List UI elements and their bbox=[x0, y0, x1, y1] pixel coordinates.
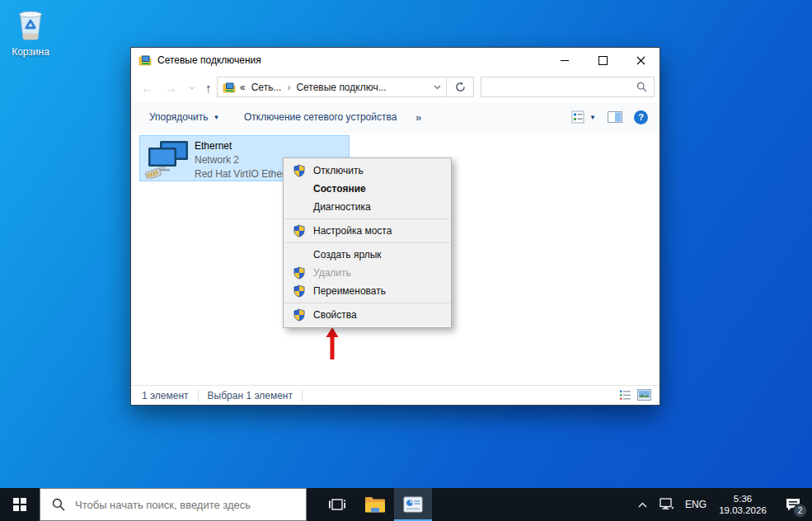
tray-clock[interactable]: 5:36 19.03.2026 bbox=[711, 488, 774, 521]
windows-logo-icon bbox=[13, 498, 26, 511]
views-caret-icon: ▼ bbox=[589, 114, 596, 121]
network-connections-window: Сетевые подключения ← → ↑ bbox=[130, 47, 660, 406]
network-connections-icon bbox=[138, 54, 152, 67]
window-title: Сетевые подключения bbox=[157, 54, 261, 66]
uac-shield-icon bbox=[293, 224, 306, 237]
forward-button[interactable]: → bbox=[165, 81, 177, 95]
task-view-icon bbox=[328, 496, 346, 513]
file-explorer-icon bbox=[364, 495, 386, 514]
search-icon[interactable] bbox=[636, 82, 647, 92]
menu-item-create-shortcut[interactable]: Создать ярлык bbox=[284, 246, 451, 264]
menu-item-delete: Удалить bbox=[284, 264, 451, 282]
up-button[interactable]: ↑ bbox=[205, 81, 212, 95]
preview-pane-icon bbox=[608, 111, 622, 123]
breadcrumb-collapse-glyph[interactable]: « bbox=[240, 82, 246, 93]
annotation-arrow-icon bbox=[325, 327, 340, 363]
connection-network: Network 2 bbox=[195, 154, 239, 166]
task-view-button[interactable] bbox=[318, 488, 356, 521]
system-tray: ENG 5:36 19.03.2026 2 bbox=[631, 488, 812, 521]
breadcrumb-current[interactable]: Сетевые подключ... bbox=[296, 82, 386, 93]
maximize-button[interactable] bbox=[584, 48, 622, 73]
menu-item-properties[interactable]: Свойства bbox=[284, 306, 451, 324]
back-button[interactable]: ← bbox=[141, 81, 153, 95]
close-icon bbox=[636, 56, 645, 65]
menu-item-diagnose[interactable]: Диагностика bbox=[284, 198, 451, 216]
file-explorer-button[interactable] bbox=[356, 488, 394, 521]
recycle-bin-icon bbox=[14, 30, 47, 44]
menu-item-rename[interactable]: Переименовать bbox=[284, 282, 451, 300]
menu-separator bbox=[284, 303, 450, 303]
change-view-button[interactable]: ▼ bbox=[571, 110, 596, 124]
tray-network-button[interactable] bbox=[654, 488, 680, 521]
menu-separator bbox=[284, 218, 450, 219]
refresh-icon bbox=[455, 82, 466, 92]
uac-shield-icon bbox=[293, 164, 306, 177]
disable-device-command[interactable]: Отключение сетевого устройства bbox=[244, 102, 397, 132]
address-bar[interactable]: « Сеть... › Сетевые подключ... bbox=[217, 77, 474, 97]
refresh-button[interactable] bbox=[446, 77, 473, 96]
chevron-up-icon bbox=[638, 502, 647, 508]
menu-item-bridge[interactable]: Настройка моста bbox=[284, 222, 451, 240]
recycle-bin-label: Корзина bbox=[7, 46, 54, 58]
taskbar-app-network-connections[interactable] bbox=[394, 488, 432, 521]
address-row: ← → ↑ « Сеть... bbox=[131, 73, 659, 102]
command-bar: Упорядочить ▼ Отключение сетевого устрой… bbox=[131, 102, 659, 134]
toolbar-overflow-button[interactable]: » bbox=[415, 102, 421, 132]
desktop[interactable]: Корзина Сетевые подключения bbox=[0, 0, 812, 521]
ethernet-network-icon bbox=[659, 498, 674, 512]
ethernet-adapter-icon bbox=[145, 140, 190, 182]
recent-pages-chevron-icon[interactable] bbox=[189, 83, 195, 92]
help-button[interactable]: ? bbox=[634, 110, 648, 124]
context-menu: Отключить Состояние Диагностика Настройк… bbox=[283, 157, 452, 328]
clock-time: 5:36 bbox=[734, 493, 752, 505]
clock-date: 19.03.2026 bbox=[719, 505, 767, 516]
network-connections-app-icon bbox=[403, 495, 423, 514]
address-location-icon bbox=[223, 81, 236, 94]
uac-shield-icon bbox=[293, 284, 306, 298]
details-view-icon bbox=[619, 389, 631, 401]
taskbar-search-input[interactable] bbox=[73, 498, 306, 512]
taskbar: ENG 5:36 19.03.2026 2 bbox=[0, 488, 812, 521]
connection-name: Ethernet bbox=[195, 140, 232, 152]
large-icons-view-icon bbox=[637, 389, 651, 401]
maximize-icon bbox=[598, 56, 608, 65]
start-button[interactable] bbox=[0, 488, 40, 521]
organize-caret-icon: ▼ bbox=[213, 114, 219, 121]
close-button[interactable] bbox=[622, 48, 659, 73]
preview-pane-button[interactable] bbox=[608, 111, 622, 123]
details-view-button[interactable] bbox=[619, 389, 631, 404]
status-separator bbox=[302, 390, 303, 401]
uac-shield-icon bbox=[293, 266, 306, 279]
tray-language-indicator[interactable]: ENG bbox=[680, 488, 711, 521]
search-icon bbox=[52, 498, 65, 511]
large-icons-view-button[interactable] bbox=[637, 389, 651, 404]
minimize-button[interactable] bbox=[546, 48, 584, 73]
taskbar-search-box[interactable] bbox=[40, 488, 307, 521]
menu-item-disable[interactable]: Отключить bbox=[284, 162, 451, 180]
title-bar[interactable]: Сетевые подключения bbox=[131, 48, 659, 73]
address-dropdown-icon[interactable] bbox=[434, 83, 441, 92]
uac-shield-icon bbox=[293, 308, 306, 322]
tray-overflow-button[interactable] bbox=[631, 488, 654, 521]
notification-badge: 2 bbox=[793, 504, 807, 518]
status-separator bbox=[198, 390, 199, 401]
explorer-search-box[interactable] bbox=[481, 77, 655, 97]
recycle-bin-shortcut[interactable]: Корзина bbox=[7, 7, 54, 58]
organize-button[interactable]: Упорядочить ▼ bbox=[149, 102, 219, 132]
action-center-button[interactable]: 2 bbox=[774, 488, 812, 521]
menu-item-status[interactable]: Состояние bbox=[284, 180, 451, 198]
breadcrumb-parent[interactable]: Сеть... bbox=[251, 82, 282, 93]
selected-count: Выбран 1 элемент bbox=[208, 390, 293, 401]
status-bar: 1 элемент Выбран 1 элемент bbox=[131, 385, 659, 405]
explorer-search-input[interactable] bbox=[481, 82, 636, 93]
items-count: 1 элемент bbox=[142, 390, 189, 401]
breadcrumb-separator: › bbox=[287, 82, 290, 93]
minimize-icon bbox=[561, 60, 569, 61]
views-icon bbox=[571, 110, 584, 124]
menu-separator bbox=[284, 242, 450, 243]
